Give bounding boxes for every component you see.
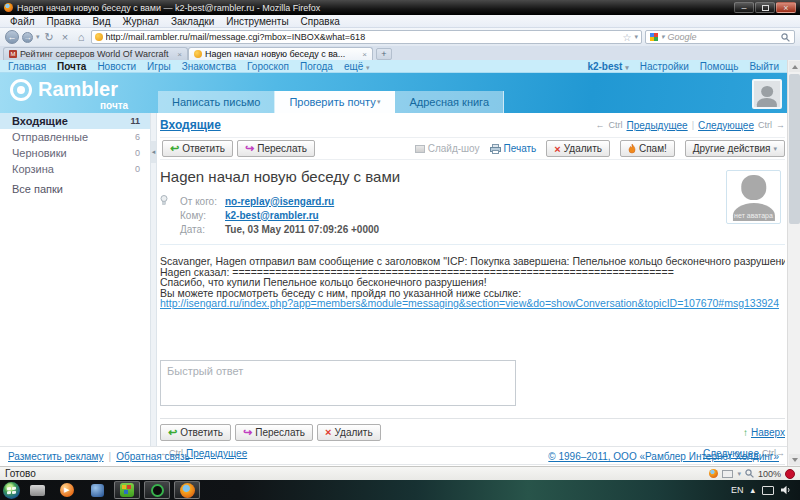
status-dropdown-icon[interactable]: ▾ bbox=[737, 470, 741, 478]
tab-wow-rating[interactable]: M Рейтинг серверов World Of Warcraft × bbox=[3, 47, 188, 60]
next-message-link[interactable]: Следующее bbox=[698, 120, 754, 131]
adblock-icon[interactable] bbox=[785, 469, 795, 479]
reload-button[interactable]: ↻ bbox=[43, 31, 56, 44]
forward-button-bottom[interactable]: ↪Переслать bbox=[235, 424, 313, 441]
next-arrow-icon: → bbox=[776, 120, 785, 130]
windows-flag-icon bbox=[7, 486, 16, 494]
menu-view[interactable]: Вид bbox=[86, 16, 116, 27]
settings-link[interactable]: Настройки bbox=[640, 61, 689, 72]
menu-help[interactable]: Справка bbox=[295, 16, 346, 27]
user-menu[interactable]: k2-best ▾ bbox=[587, 61, 628, 72]
taskbar-icon-app-blue[interactable] bbox=[84, 481, 110, 499]
collapse-sidebar-icon[interactable]: ◂ bbox=[151, 141, 156, 163]
conversation-link[interactable]: http://isengard.ru/index.php?app=members… bbox=[160, 297, 779, 309]
tab-close-icon[interactable]: × bbox=[177, 50, 182, 59]
nav-item-more[interactable]: ещё ▾ bbox=[344, 61, 370, 72]
nav-item-mail[interactable]: Почта bbox=[57, 61, 86, 72]
nav-item-dating[interactable]: Знакомства bbox=[182, 61, 236, 72]
back-button[interactable]: ← bbox=[5, 30, 19, 44]
reply-button[interactable]: ↩Ответить bbox=[162, 140, 233, 157]
more-actions-button[interactable]: Другие действия▾ bbox=[685, 140, 785, 157]
breadcrumb[interactable]: Входящие bbox=[160, 118, 221, 132]
print-button[interactable]: Печать bbox=[490, 143, 537, 154]
maximize-button[interactable] bbox=[755, 2, 775, 13]
scrollbar[interactable] bbox=[787, 60, 800, 466]
zoom-icon[interactable] bbox=[745, 469, 754, 478]
menu-edit[interactable]: Правка bbox=[41, 16, 87, 27]
reply-button-bottom[interactable]: ↩Ответить bbox=[160, 424, 231, 441]
sidebar-item-drafts[interactable]: Черновики0 bbox=[0, 145, 150, 161]
search-input[interactable]: ▾ Google bbox=[645, 30, 795, 44]
scroll-down-button[interactable] bbox=[789, 454, 800, 465]
url-bar[interactable]: http://mail.rambler.ru/mail/message.cgi?… bbox=[91, 30, 642, 44]
delete-button[interactable]: ×Удалить bbox=[546, 140, 610, 157]
menu-tools[interactable]: Инструменты bbox=[220, 16, 294, 27]
url-dropdown-icon[interactable]: ▾ bbox=[634, 33, 638, 41]
forward-button[interactable]: ↪Переслать bbox=[237, 140, 315, 157]
start-button[interactable] bbox=[3, 482, 20, 499]
prev-message-link[interactable]: Предыдущее bbox=[626, 120, 687, 131]
taskbar-icon-app-green[interactable] bbox=[114, 481, 140, 499]
history-dropdown-icon[interactable]: ▾ bbox=[36, 33, 40, 41]
menu-bookmarks[interactable]: Закладки bbox=[165, 16, 220, 27]
help-link[interactable]: Помощь bbox=[700, 61, 739, 72]
to-address-link[interactable]: k2-best@rambler.ru bbox=[225, 210, 319, 221]
check-mail-caret-icon[interactable]: ▾ bbox=[377, 98, 381, 106]
nav-item-main[interactable]: Главная bbox=[8, 61, 46, 72]
taskbar-icon-media-player[interactable]: ▶ bbox=[54, 481, 80, 499]
tab-check-mail[interactable]: Проверить почту▾ bbox=[275, 91, 395, 113]
menu-history[interactable]: Журнал bbox=[116, 16, 165, 27]
forward-button[interactable]: → bbox=[22, 32, 33, 43]
from-address-link[interactable]: no-replay@isengard.ru bbox=[225, 196, 334, 207]
copyright-link[interactable]: © 1996–2011, ООО «Рамблер Интернет Холди… bbox=[548, 451, 779, 462]
taskbar-icon-firefox[interactable] bbox=[174, 481, 200, 499]
delete-button-bottom[interactable]: ×Удалить bbox=[317, 424, 381, 441]
bookmark-star-icon[interactable]: ☆ bbox=[623, 32, 632, 43]
flame-icon bbox=[628, 144, 636, 154]
quick-reply-textarea[interactable] bbox=[160, 360, 516, 406]
zoom-level[interactable]: 100% bbox=[758, 469, 781, 479]
tab-mail-message[interactable]: Hagen начал новую беседу с ва... × bbox=[188, 47, 373, 60]
sidebar-item-trash[interactable]: Корзина0 bbox=[0, 161, 150, 177]
firefox-status-icon[interactable] bbox=[709, 469, 718, 478]
nav-item-news[interactable]: Новости bbox=[97, 61, 136, 72]
logout-link[interactable]: Выйти bbox=[749, 61, 779, 72]
nav-item-weather[interactable]: Погода bbox=[300, 61, 333, 72]
google-icon[interactable] bbox=[650, 33, 658, 41]
mail-status-icon[interactable] bbox=[722, 470, 733, 478]
url-text[interactable]: http://mail.rambler.ru/mail/message.cgi?… bbox=[106, 32, 620, 42]
close-button[interactable]: × bbox=[776, 2, 796, 13]
nav-item-games[interactable]: Игры bbox=[147, 61, 171, 72]
search-placeholder[interactable]: Google bbox=[668, 32, 778, 42]
stop-button[interactable]: × bbox=[59, 31, 72, 43]
scrollbar-thumb[interactable] bbox=[789, 74, 800, 224]
sidebar-item-all-folders[interactable]: Все папки bbox=[0, 181, 150, 197]
tab-close-icon[interactable]: × bbox=[362, 50, 367, 59]
slideshow-button[interactable]: Слайд-шоу bbox=[415, 143, 480, 154]
search-icon[interactable] bbox=[781, 33, 790, 42]
home-button[interactable]: ⌂ bbox=[75, 31, 88, 43]
minimize-button[interactable]: – bbox=[734, 2, 754, 13]
network-icon[interactable] bbox=[762, 486, 774, 495]
tab-address-book[interactable]: Адресная книга bbox=[395, 91, 504, 113]
scroll-up-button[interactable] bbox=[789, 61, 800, 72]
rambler-logo[interactable]: Rambler bbox=[10, 78, 118, 101]
language-indicator[interactable]: EN bbox=[731, 485, 744, 495]
search-engine-dropdown-icon[interactable]: ▾ bbox=[661, 33, 665, 41]
taskbar-icon-torrent[interactable] bbox=[144, 481, 170, 499]
tab-compose[interactable]: Написать письмо bbox=[158, 91, 275, 113]
nav-item-horoscope[interactable]: Гороскоп bbox=[247, 61, 289, 72]
tray-expand-icon[interactable]: ▴ bbox=[750, 485, 755, 495]
back-to-top[interactable]: ↑Наверх bbox=[743, 427, 785, 438]
sidebar-splitter[interactable]: ◂ bbox=[150, 113, 157, 446]
new-tab-button[interactable]: + bbox=[376, 48, 392, 60]
feedback-link[interactable]: Обратная связь bbox=[116, 451, 190, 462]
spam-button[interactable]: Спам! bbox=[620, 140, 675, 157]
menu-file[interactable]: Файл bbox=[4, 16, 41, 27]
sidebar-item-sent[interactable]: Отправленные6 bbox=[0, 129, 150, 145]
sidebar-item-inbox[interactable]: Входящие11 bbox=[0, 113, 150, 129]
taskbar-icon-explorer[interactable] bbox=[24, 481, 50, 499]
header-avatar[interactable] bbox=[752, 79, 782, 109]
volume-icon[interactable] bbox=[781, 485, 791, 495]
advertise-link[interactable]: Разместить рекламу bbox=[8, 451, 104, 462]
